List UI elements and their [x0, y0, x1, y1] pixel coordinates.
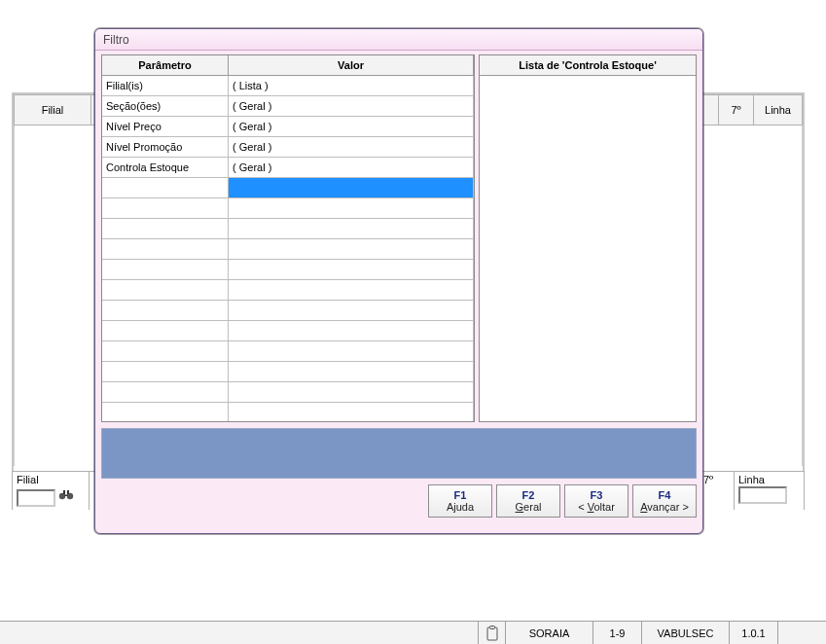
fkey-label: Geral — [516, 501, 542, 513]
valor-cell[interactable]: ( Geral ) — [229, 158, 474, 178]
param-cell[interactable]: Nível Preço — [102, 117, 229, 137]
status-module: VABULSEC — [641, 622, 729, 644]
status-range: 1-9 — [593, 622, 641, 644]
param-cell[interactable]: Controla Estoque — [102, 158, 229, 178]
status-user: SORAIA — [505, 622, 593, 644]
fkey-key: F2 — [522, 489, 535, 501]
filter-filial: Filial — [12, 471, 90, 510]
fkey-f4-button[interactable]: F4Avançar > — [632, 484, 697, 518]
info-bar — [101, 428, 697, 479]
valor-cell[interactable] — [229, 341, 474, 362]
param-table-header: Parâmetro Valor — [102, 55, 474, 76]
valor-cell[interactable] — [229, 321, 474, 341]
fkey-label: Ajuda — [447, 501, 474, 513]
param-table-rows: Filial(is)( Lista )Seção(ões)( Geral )Ní… — [102, 76, 474, 421]
table-row[interactable] — [102, 178, 474, 198]
table-row[interactable] — [102, 260, 474, 280]
table-row[interactable] — [102, 198, 474, 219]
clipboard-icon[interactable] — [478, 622, 505, 644]
param-cell[interactable] — [102, 403, 229, 421]
col-linha[interactable]: Linha — [754, 94, 803, 125]
tables-row: Parâmetro Valor Filial(is)( Lista )Seção… — [101, 54, 697, 422]
lista-header: Lista de 'Controla Estoque' — [480, 55, 696, 76]
fkey-f2-button[interactable]: F2Geral — [496, 484, 560, 518]
filter-filial-input[interactable] — [17, 489, 55, 507]
fkey-key: F1 — [454, 489, 467, 501]
param-cell[interactable] — [102, 219, 229, 239]
svg-rect-4 — [65, 495, 68, 497]
param-cell[interactable] — [102, 198, 229, 219]
valor-cell[interactable]: ( Geral ) — [229, 96, 474, 117]
table-row[interactable]: Seção(ões)( Geral ) — [102, 96, 474, 117]
filter-linha-label: Linha — [738, 474, 800, 485]
valor-cell[interactable] — [229, 219, 474, 239]
svg-rect-3 — [67, 490, 69, 494]
table-row[interactable] — [102, 362, 474, 382]
param-cell[interactable] — [102, 382, 229, 403]
valor-cell[interactable] — [229, 403, 474, 421]
table-row[interactable] — [102, 239, 474, 260]
param-cell[interactable] — [102, 239, 229, 260]
fkey-key: F4 — [659, 489, 671, 501]
svg-rect-2 — [63, 490, 65, 494]
valor-cell[interactable] — [229, 382, 474, 403]
filter-seventh: 7º — [700, 471, 735, 510]
table-row[interactable] — [102, 382, 474, 403]
filter-linha: Linha — [735, 471, 805, 510]
filter-filial-label: Filial — [17, 474, 85, 485]
filtro-dialog: Filtro Parâmetro Valor Filial(is)( Lista… — [94, 28, 703, 534]
param-cell[interactable] — [102, 301, 229, 321]
lista-body[interactable] — [480, 76, 696, 421]
fkey-f1-button[interactable]: F1Ajuda — [428, 484, 492, 518]
table-row[interactable]: Controla Estoque( Geral ) — [102, 158, 474, 178]
table-row[interactable]: Filial(is)( Lista ) — [102, 76, 474, 96]
valor-cell[interactable] — [229, 280, 474, 301]
table-row[interactable]: Nível Promoção( Geral ) — [102, 137, 474, 158]
param-table: Parâmetro Valor Filial(is)( Lista )Seção… — [101, 54, 475, 422]
param-cell[interactable]: Seção(ões) — [102, 96, 229, 117]
valor-cell[interactable] — [229, 178, 474, 198]
fkey-label: < Voltar — [578, 501, 615, 513]
param-cell[interactable] — [102, 260, 229, 280]
fkey-f3-button[interactable]: F3< Voltar — [564, 484, 628, 518]
status-version: 1.0.1 — [729, 622, 777, 644]
param-cell[interactable] — [102, 341, 229, 362]
valor-cell[interactable] — [229, 260, 474, 280]
fkey-row: F1AjudaF2GeralF3< VoltarF4Avançar > — [101, 484, 697, 518]
table-row[interactable] — [102, 321, 474, 341]
table-row[interactable] — [102, 403, 474, 421]
param-cell[interactable] — [102, 362, 229, 382]
table-row[interactable] — [102, 341, 474, 362]
filter-seventh-label: 7º — [703, 474, 730, 485]
table-row[interactable] — [102, 301, 474, 321]
status-empty — [777, 622, 826, 644]
table-row[interactable] — [102, 280, 474, 301]
valor-cell[interactable]: ( Geral ) — [229, 117, 474, 137]
filter-linha-input[interactable] — [738, 486, 787, 504]
header-parametro[interactable]: Parâmetro — [102, 55, 229, 76]
valor-cell[interactable] — [229, 301, 474, 321]
fkey-label: Avançar > — [640, 501, 689, 513]
header-valor[interactable]: Valor — [229, 55, 474, 76]
fkey-key: F3 — [591, 489, 603, 501]
valor-cell[interactable] — [229, 362, 474, 382]
col-seventh[interactable]: 7º — [719, 94, 754, 125]
param-cell[interactable]: Filial(is) — [102, 76, 229, 96]
param-cell[interactable]: Nível Promoção — [102, 137, 229, 158]
binoculars-icon[interactable] — [58, 486, 74, 502]
svg-rect-6 — [489, 626, 494, 628]
dialog-body: Parâmetro Valor Filial(is)( Lista )Seção… — [95, 51, 702, 533]
valor-cell[interactable]: ( Geral ) — [229, 137, 474, 158]
valor-cell[interactable]: ( Lista ) — [229, 76, 474, 96]
col-filial[interactable]: Filial — [14, 94, 91, 125]
valor-cell[interactable] — [229, 198, 474, 219]
param-cell[interactable] — [102, 321, 229, 341]
status-spacer — [0, 622, 478, 644]
status-bar: SORAIA 1-9 VABULSEC 1.0.1 — [0, 621, 826, 644]
table-row[interactable]: Nível Preço( Geral ) — [102, 117, 474, 137]
param-cell[interactable] — [102, 178, 229, 198]
dialog-title: Filtro — [95, 29, 702, 51]
valor-cell[interactable] — [229, 239, 474, 260]
table-row[interactable] — [102, 219, 474, 239]
param-cell[interactable] — [102, 280, 229, 301]
